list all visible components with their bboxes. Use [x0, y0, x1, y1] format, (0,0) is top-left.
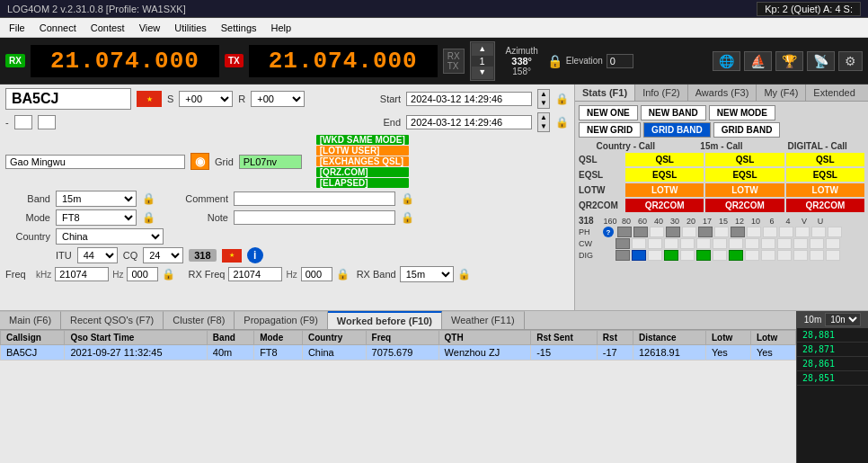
eqsl-15m: EQSL	[705, 168, 784, 182]
start-up[interactable]: ▲	[538, 90, 549, 99]
band-score-section: 318 160 80 60 40 30 20 17 15 12 10 6 4 V	[579, 216, 864, 261]
callsign-input[interactable]: BA5CJ	[5, 88, 131, 110]
r-select[interactable]: +00+01-01	[251, 91, 305, 107]
dash-box2	[38, 115, 56, 129]
start-datetime[interactable]: 2024-03-12 14:29:46	[406, 92, 532, 106]
tab-info[interactable]: Info (F2)	[635, 85, 688, 101]
table-row[interactable]: BA5CJ 2021-09-27 11:32:45 40m FT8 China …	[1, 345, 796, 361]
band-score-header-6: 6	[765, 217, 779, 226]
name-input[interactable]: Gao Mingwu	[5, 155, 185, 169]
new-mode-btn[interactable]: NEW MODE	[709, 105, 775, 120]
band-count-row: 318 160 80 60 40 30 20 17 15 12 10 6 4 V	[579, 216, 864, 226]
name-search-btn[interactable]: ◉	[190, 153, 209, 170]
cq-select[interactable]: 24	[143, 247, 183, 263]
cw-label: CW	[579, 239, 614, 248]
ph-help[interactable]: ?	[603, 227, 614, 237]
grid-band-btn2[interactable]: GRID BAND	[713, 122, 781, 138]
s-select[interactable]: +00+01-01	[179, 91, 233, 107]
country-select[interactable]: China	[56, 228, 164, 245]
freq-hz-input[interactable]: 000	[127, 267, 158, 281]
qr2com-15m: QR2COM	[705, 199, 784, 212]
end-datetime[interactable]: 2024-03-12 14:29:46	[406, 115, 532, 129]
comment-input[interactable]	[234, 191, 395, 206]
mode-select[interactable]: FT8CWSSB	[56, 209, 137, 226]
new-band-btn[interactable]: NEW BAND	[641, 105, 706, 120]
rx-band-select[interactable]: 15m10m20m	[400, 266, 454, 282]
tab-my[interactable]: My (F4)	[757, 85, 806, 101]
tab-weather[interactable]: Weather (F11)	[442, 311, 525, 329]
band-select[interactable]: 15m10m20m40m	[56, 191, 137, 207]
stats-buttons-row2: NEW GRID GRID BAND GRID BAND	[579, 122, 864, 138]
grid-band-btn[interactable]: GRID BAND	[643, 122, 711, 138]
spinner-up[interactable]: ▲	[472, 43, 493, 56]
tab-cluster[interactable]: Cluster (F8)	[164, 311, 235, 329]
elevation-input[interactable]	[607, 54, 633, 68]
menu-connect[interactable]: Connect	[32, 21, 84, 35]
antenna-icon[interactable]: 📡	[807, 51, 835, 71]
tab-propagation[interactable]: Propagation (F9)	[235, 311, 328, 329]
tab-extended[interactable]: Extended	[806, 85, 862, 101]
start-lock[interactable]: 🔒	[555, 93, 569, 105]
freq-band-select[interactable]: 10m15m20m	[825, 313, 861, 326]
grid-input[interactable]: PL07nv	[239, 155, 302, 169]
rx-freq-hz-input[interactable]: 000	[301, 267, 332, 281]
freq-row: Freq kHz 21074 Hz 000 🔒 RX Freq 21074 Hz…	[5, 266, 569, 282]
cw-row: CW	[579, 238, 864, 249]
mode-lock[interactable]: 🔒	[142, 211, 155, 224]
band-lock[interactable]: 🔒	[142, 192, 155, 205]
itu-cq-row: ITU 44 CQ 24 318 ★ i	[5, 247, 569, 263]
tab-main[interactable]: Main (F6)	[0, 311, 61, 329]
start-down[interactable]: ▼	[538, 99, 549, 108]
globe-icon[interactable]: 🌐	[713, 51, 740, 71]
col-lotw: Lotw	[705, 331, 750, 345]
new-grid-btn[interactable]: NEW GRID	[579, 122, 641, 138]
end-up[interactable]: ▲	[538, 113, 549, 122]
menu-settings[interactable]: Settings	[214, 21, 264, 35]
toolbar-icons: 🌐 ⛵ 🏆 📡 ⚙	[713, 51, 863, 71]
rx-band-lock[interactable]: 🔒	[457, 268, 471, 280]
tab-awards[interactable]: Awards (F3)	[688, 85, 757, 101]
note-input[interactable]	[234, 210, 395, 225]
band-score-header-30: 30	[668, 217, 682, 226]
menu-help[interactable]: Help	[264, 21, 299, 35]
end-down[interactable]: ▼	[538, 122, 549, 131]
comment-label: Comment	[179, 193, 228, 204]
qsl-label: QSL	[579, 155, 624, 165]
stats-panel: Stats (F1) Info (F2) Awards (F3) My (F4)…	[575, 85, 868, 310]
stats-buttons-row1: NEW ONE NEW BAND NEW MODE	[579, 105, 864, 120]
freq-lock[interactable]: 🔒	[162, 268, 175, 280]
menu-utilities[interactable]: Utilities	[167, 21, 213, 35]
end-lock[interactable]: 🔒	[555, 116, 569, 129]
menubar: File Connect Contest View Utilities Sett…	[0, 18, 868, 38]
dig-row: DIG	[579, 250, 864, 261]
tab-recent[interactable]: Recent QSO's (F7)	[61, 311, 164, 329]
bottom-tabs: Main (F6) Recent QSO's (F7) Cluster (F8)…	[0, 311, 796, 330]
rx-freq-khz-input[interactable]: 21074	[228, 267, 282, 281]
rx-freq-lock[interactable]: 🔒	[336, 268, 350, 280]
tab-stats[interactable]: Stats (F1)	[575, 85, 635, 101]
bottom-section: Main (F6) Recent QSO's (F7) Cluster (F8)…	[0, 310, 868, 463]
tab-worked-before[interactable]: Worked before (F10)	[328, 311, 442, 329]
note-lock[interactable]: 🔒	[401, 211, 414, 224]
menu-file[interactable]: File	[2, 21, 32, 35]
spinner-down[interactable]: ▼	[472, 67, 493, 79]
menu-contest[interactable]: Contest	[84, 21, 132, 35]
cell-distance: 12618.91	[633, 345, 705, 361]
rx-band-label: RX Band	[357, 269, 396, 280]
new-one-btn[interactable]: NEW ONE	[579, 105, 638, 120]
dash-box1	[14, 115, 32, 129]
menu-view[interactable]: View	[132, 21, 168, 35]
freq-item-3: 28,861	[797, 357, 868, 371]
note-label: Note	[179, 212, 228, 223]
settings-icon2[interactable]: ⚙	[838, 51, 863, 71]
mode-row: Mode FT8CWSSB 🔒 Note 🔒	[5, 209, 569, 226]
trophy-icon[interactable]: 🏆	[775, 51, 803, 71]
info-icon[interactable]: i	[247, 247, 263, 263]
boat-icon[interactable]: ⛵	[744, 51, 772, 71]
itu-select[interactable]: 44	[77, 247, 118, 263]
msg-lotw: [LOTW USER]	[316, 146, 409, 156]
freq-right-panel: 10m 10m15m20m 28,881 28,871 28,861 28,85…	[796, 311, 868, 463]
freq-khz-input[interactable]: 21074	[55, 267, 109, 281]
spinner-group: ▲ 1 ▼	[470, 41, 495, 81]
comment-lock[interactable]: 🔒	[401, 192, 414, 205]
